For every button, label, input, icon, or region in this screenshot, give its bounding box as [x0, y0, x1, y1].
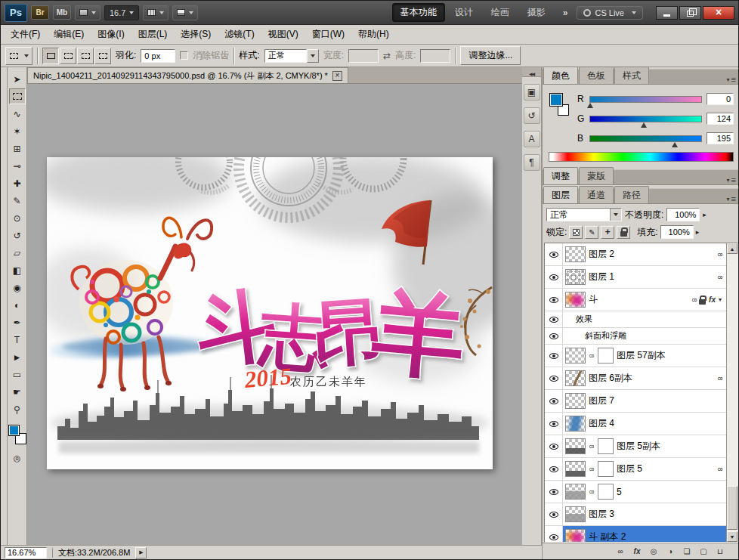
- antialias-checkbox[interactable]: [180, 51, 188, 60]
- layer-effect-row[interactable]: 效果: [545, 311, 726, 328]
- tab-channels[interactable]: 通道: [579, 186, 614, 203]
- adjustment-layer-button[interactable]: ◑: [663, 545, 678, 558]
- slider-handle-icon[interactable]: [587, 103, 593, 108]
- channel-slider[interactable]: [589, 135, 702, 142]
- lock-pixels-button[interactable]: [585, 226, 598, 239]
- layer-visibility-toggle[interactable]: [545, 345, 563, 367]
- move-tool[interactable]: ➤: [9, 71, 26, 87]
- dodge-tool[interactable]: ◐: [9, 297, 26, 313]
- layer-visibility-toggle[interactable]: [545, 526, 563, 542]
- lock-all-button[interactable]: [617, 226, 630, 239]
- layer-thumbnail[interactable]: [565, 506, 586, 522]
- close-button[interactable]: [703, 6, 734, 20]
- layer-row[interactable]: 8图层 5副本: [545, 435, 726, 458]
- style-select[interactable]: 正常: [264, 49, 319, 63]
- opacity-slider-arrow-icon[interactable]: [703, 211, 710, 218]
- cs-live-button[interactable]: CS Live: [577, 6, 643, 20]
- collapse-effects-icon[interactable]: [719, 296, 722, 303]
- character-panel-button[interactable]: A: [524, 131, 540, 147]
- layer-row[interactable]: 85: [545, 481, 726, 503]
- lasso-tool[interactable]: ∿: [9, 106, 26, 122]
- layer-row[interactable]: 图层 6副本8: [545, 367, 726, 390]
- layer-row[interactable]: 图层 3: [545, 503, 726, 526]
- lock-position-button[interactable]: [601, 226, 614, 239]
- layer-row[interactable]: 图层 7: [545, 390, 726, 413]
- menu-item[interactable]: 图层(L): [131, 24, 175, 45]
- layer-thumbnail[interactable]: [565, 292, 586, 308]
- workspace-button[interactable]: 绘画: [483, 3, 518, 22]
- brush-tool[interactable]: ✎: [9, 193, 26, 209]
- pen-tool[interactable]: ✒: [9, 314, 26, 330]
- feather-input[interactable]: 0 px: [141, 49, 175, 63]
- layer-thumbnail[interactable]: [565, 246, 586, 262]
- blend-mode-select[interactable]: 正常: [546, 208, 622, 221]
- channel-value[interactable]: 0: [707, 93, 734, 105]
- menu-item[interactable]: 视图(V): [261, 24, 305, 45]
- add-to-selection-button[interactable]: [60, 48, 76, 64]
- effect-visibility-toggle[interactable]: [545, 311, 563, 327]
- layer-row[interactable]: 图层 18: [545, 266, 726, 289]
- layer-visibility-toggle[interactable]: [545, 481, 563, 503]
- tab-color[interactable]: 颜色: [543, 67, 578, 84]
- layer-thumbnail[interactable]: [565, 461, 586, 477]
- layer-row[interactable]: 图层 4: [545, 413, 726, 435]
- layer-thumbnail[interactable]: [565, 370, 586, 386]
- layer-visibility-toggle[interactable]: [545, 413, 563, 435]
- layer-visibility-toggle[interactable]: [545, 390, 563, 412]
- zoom-tool[interactable]: ⚲: [9, 401, 26, 417]
- rectangle-tool[interactable]: ▭: [9, 367, 26, 382]
- workspace-overflow-button[interactable]: »: [558, 5, 574, 21]
- layer-mask-thumbnail[interactable]: [598, 461, 614, 477]
- menu-item[interactable]: 滤镜(T): [218, 24, 261, 45]
- channel-value[interactable]: 124: [707, 113, 734, 125]
- new-layer-button[interactable]: ▢: [696, 545, 711, 558]
- layer-mask-thumbnail[interactable]: [598, 348, 614, 364]
- effect-visibility-toggle[interactable]: [545, 328, 563, 344]
- delete-layer-button[interactable]: ⊔: [713, 545, 728, 558]
- history-brush-tool[interactable]: ↺: [9, 227, 26, 243]
- launch-bridge-button[interactable]: Br: [31, 5, 49, 20]
- fill-slider-arrow-icon[interactable]: [696, 228, 703, 236]
- menu-item[interactable]: 文件(F): [4, 24, 47, 45]
- panel-menu-icon[interactable]: [727, 75, 736, 84]
- screen-mode-button[interactable]: [172, 5, 198, 20]
- layer-thumbnail[interactable]: [565, 348, 586, 364]
- layer-style-button[interactable]: fx: [629, 545, 645, 558]
- tab-masks[interactable]: 蒙版: [579, 167, 614, 184]
- subtract-from-selection-button[interactable]: [77, 48, 94, 64]
- layer-row[interactable]: 斗 副本 2: [545, 526, 726, 542]
- layer-thumbnail[interactable]: [565, 416, 586, 432]
- launch-mini-bridge-button[interactable]: Mb: [53, 5, 71, 20]
- layer-effect-row[interactable]: 斜面和浮雕: [545, 328, 726, 345]
- view-extras-button[interactable]: [75, 5, 100, 20]
- tab-swatches[interactable]: 色板: [579, 67, 614, 84]
- menu-item[interactable]: 图像(I): [91, 24, 131, 45]
- eraser-tool[interactable]: ▱: [9, 245, 26, 261]
- style-value-box[interactable]: 正常: [264, 49, 307, 63]
- layer-visibility-toggle[interactable]: [545, 435, 563, 457]
- layer-thumbnail[interactable]: [565, 393, 586, 409]
- eyedropper-tool[interactable]: ⊸: [9, 158, 26, 174]
- status-zoom-input[interactable]: 16.67%: [5, 547, 47, 558]
- tab-styles[interactable]: 样式: [614, 67, 649, 84]
- layer-visibility-toggle[interactable]: [545, 458, 563, 480]
- foreground-color-swatch[interactable]: [549, 93, 563, 107]
- channel-value[interactable]: 195: [707, 132, 734, 144]
- layer-row[interactable]: 斗8fx: [545, 289, 726, 311]
- hand-tool[interactable]: ☛: [9, 384, 26, 400]
- panel-menu-icon[interactable]: [727, 194, 736, 203]
- style-dropdown-button[interactable]: [307, 49, 319, 63]
- layer-visibility-toggle[interactable]: [545, 266, 563, 288]
- workspace-button[interactable]: 基本功能: [392, 3, 445, 22]
- layer-visibility-toggle[interactable]: [545, 289, 563, 311]
- navigator-panel-button[interactable]: ▣: [524, 84, 540, 101]
- blur-tool[interactable]: ◉: [9, 280, 26, 295]
- slider-handle-icon[interactable]: [641, 122, 647, 128]
- paragraph-panel-button[interactable]: ¶: [524, 154, 540, 171]
- slider-handle-icon[interactable]: [672, 142, 678, 147]
- layer-row[interactable]: 8图层 57副本: [545, 345, 726, 367]
- menu-item[interactable]: 编辑(E): [47, 24, 91, 45]
- layer-thumbnail[interactable]: [565, 269, 586, 285]
- clone-stamp-tool[interactable]: ⊙: [9, 210, 26, 226]
- color-spectrum-ramp[interactable]: [549, 152, 734, 162]
